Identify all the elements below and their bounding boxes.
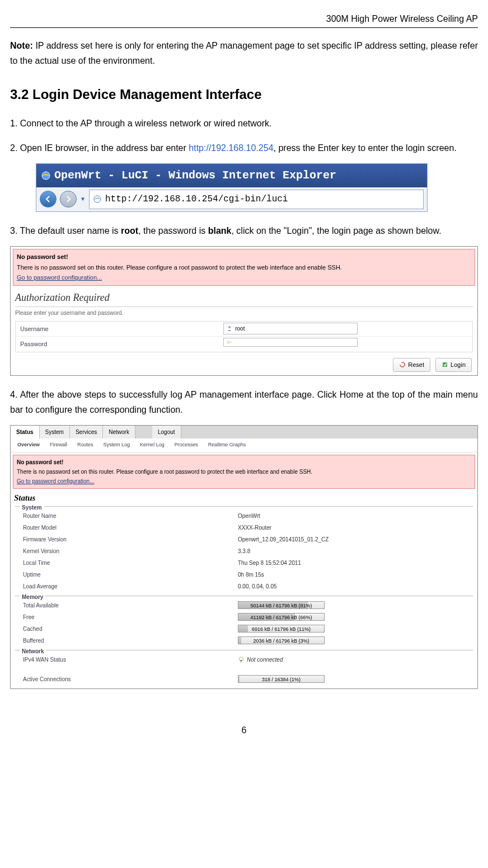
note-text: IP address set here is only for entering…	[10, 41, 478, 65]
password-label: Password	[16, 337, 221, 352]
memory-bar: 41192 kB / 61796 kB (66%)	[238, 613, 325, 621]
tab-services[interactable]: Services	[70, 426, 103, 438]
username-label: Username	[16, 322, 221, 337]
step-3-pass: blank	[208, 226, 232, 235]
conn-value: 318 / 16384 (1%)	[238, 674, 325, 684]
step-3-post: , click on the "Login", the login page a…	[231, 226, 441, 235]
note-label: Note:	[10, 41, 33, 50]
tab-network[interactable]: Network	[103, 426, 135, 438]
password-input[interactable]	[223, 338, 358, 347]
status-heading: Status	[14, 491, 474, 506]
section-heading: 3.2 Login Device Management Interface	[10, 83, 478, 106]
back-button[interactable]	[40, 191, 57, 207]
note-paragraph: Note: IP address set here is only for en…	[10, 38, 478, 68]
step-2: 2. Open IE browser, in the address bar e…	[10, 140, 478, 155]
warning-text: There is no password set on this router.…	[17, 262, 471, 273]
step-3-user: root	[121, 226, 138, 235]
login-figure: No password set! There is no password se…	[10, 246, 478, 376]
username-row: Username root	[16, 322, 472, 337]
reset-button[interactable]: Reset	[393, 358, 430, 372]
memory-row: Free41192 kB / 61796 kB (66%)	[15, 611, 473, 623]
memory-label: Cached	[23, 624, 238, 634]
login-label: Login	[451, 360, 466, 370]
ie-title-bar: OpenWrt - LuCI - Windows Internet Explor…	[36, 164, 427, 187]
login-button[interactable]: Login	[435, 358, 472, 372]
memory-value: 50144 kB / 61796 kB (81%)	[238, 601, 325, 610]
conn-bar-text: 318 / 16384 (1%)	[262, 677, 301, 682]
status-warn-title: No password set!	[17, 457, 471, 467]
page-number: 6	[10, 723, 478, 738]
step-4: 4. After the above steps to successfully…	[10, 387, 478, 417]
username-input[interactable]: root	[223, 323, 358, 334]
login-icon	[442, 361, 448, 368]
memory-row: Buffered2036 kB / 61796 kB (3%)	[15, 635, 473, 647]
step-3: 3. The default user name is root, the pa…	[10, 223, 478, 238]
subtab-kernellog[interactable]: Kernel Log	[135, 440, 169, 450]
subtab-realtime[interactable]: Realtime Graphs	[204, 440, 251, 450]
memory-fieldset: Memory Total Available50144 kB / 61796 k…	[15, 596, 473, 647]
system-row: Uptime0h 8m 15s	[15, 569, 473, 581]
system-row: Firmware VersionOpenwrt_12.09_20141015_0…	[15, 534, 473, 545]
subtab-firewall[interactable]: Firewall	[45, 440, 72, 450]
system-row: Kernel Version3.3.8	[15, 545, 473, 557]
address-bar[interactable]: http://192.168.10.254/cgi-bin/luci	[89, 190, 424, 209]
no-password-warning: No password set! There is no password se…	[13, 249, 475, 286]
svg-text:?: ?	[240, 659, 242, 663]
doc-title: 300M High Power Wireless Ceiling AP	[326, 14, 478, 23]
nav-dropdown-icon[interactable]: ▼	[80, 195, 86, 204]
wan-text: Not connected	[247, 655, 283, 664]
status-figure: Status System Services Network Logout Ov…	[10, 425, 478, 689]
memory-label: Free	[23, 612, 238, 622]
memory-bar: 2036 kB / 61796 kB (3%)	[238, 636, 325, 644]
subtab-overview[interactable]: Overview	[13, 440, 44, 450]
main-tabs: Status System Services Network Logout	[11, 426, 477, 438]
page-header: 300M High Power Wireless Ceiling AP	[10, 11, 478, 28]
tab-system[interactable]: System	[40, 426, 70, 438]
memory-bar: 6916 kB / 61796 kB (11%)	[238, 625, 325, 633]
ie-nav-row: ▼ http://192.168.10.254/cgi-bin/luci	[36, 187, 427, 211]
system-legend: System	[20, 503, 44, 512]
system-row: Router NameOpenWrt	[15, 510, 473, 522]
ie-logo-icon	[41, 171, 51, 181]
memory-row: Cached6916 kB / 61796 kB (11%)	[15, 623, 473, 635]
system-row: Router ModelXXXX-Router	[15, 522, 473, 534]
status-warn-text: There is no password set on this router.…	[17, 467, 471, 477]
memory-label: Buffered	[23, 636, 238, 645]
tab-logout[interactable]: Logout	[152, 426, 181, 438]
warning-title: No password set!	[17, 252, 471, 262]
conn-bar: 318 / 16384 (1%)	[238, 675, 325, 683]
network-fieldset: Network IPv4 WAN Status ? Not connected …	[15, 650, 473, 685]
login-buttons: Reset Login	[11, 355, 477, 375]
memory-value: 6916 kB / 61796 kB (11%)	[238, 624, 325, 634]
address-text: http://192.168.10.254/cgi-bin/luci	[105, 192, 288, 207]
step-1: 1. Connect to the AP through a wireless …	[10, 116, 478, 131]
memory-label: Total Available	[23, 601, 238, 610]
system-row: Local TimeThu Sep 8 15:52:04 2011	[15, 557, 473, 569]
reset-label: Reset	[408, 360, 424, 370]
step-2-pre: 2. Open IE browser, in the address bar e…	[10, 143, 189, 153]
globe-question-icon: ?	[238, 657, 245, 663]
<status-warn-link[interactable]: Go to password configuration...	[17, 478, 94, 484]
system-row: Load Average0.00, 0.04, 0.05	[15, 581, 473, 592]
reset-icon	[399, 361, 406, 368]
wan-value: ? Not connected	[238, 655, 283, 664]
page-favicon-icon	[93, 195, 102, 204]
password-config-link[interactable]: Go to password configuration...	[17, 274, 102, 281]
password-row: Password	[16, 337, 472, 352]
step-2-url: http://192.168.10.254	[189, 143, 273, 153]
key-icon	[226, 339, 233, 346]
subtab-systemlog[interactable]: System Log	[99, 440, 135, 450]
memory-value: 2036 kB / 61796 kB (3%)	[238, 636, 325, 645]
step-3-mid: , the password is	[138, 226, 208, 235]
username-value: root	[235, 324, 245, 333]
network-legend: Network	[20, 647, 46, 656]
subtab-processes[interactable]: Processes	[170, 440, 203, 450]
ie-browser-figure: OpenWrt - LuCI - Windows Internet Explor…	[36, 163, 428, 212]
memory-row: Total Available50144 kB / 61796 kB (81%)	[15, 600, 473, 611]
wan-row: IPv4 WAN Status ? Not connected	[15, 654, 473, 666]
tab-status[interactable]: Status	[11, 426, 40, 438]
svg-point-1	[94, 196, 101, 202]
forward-button[interactable]	[60, 191, 77, 207]
svg-point-2	[228, 326, 231, 328]
subtab-routes[interactable]: Routes	[73, 440, 98, 450]
